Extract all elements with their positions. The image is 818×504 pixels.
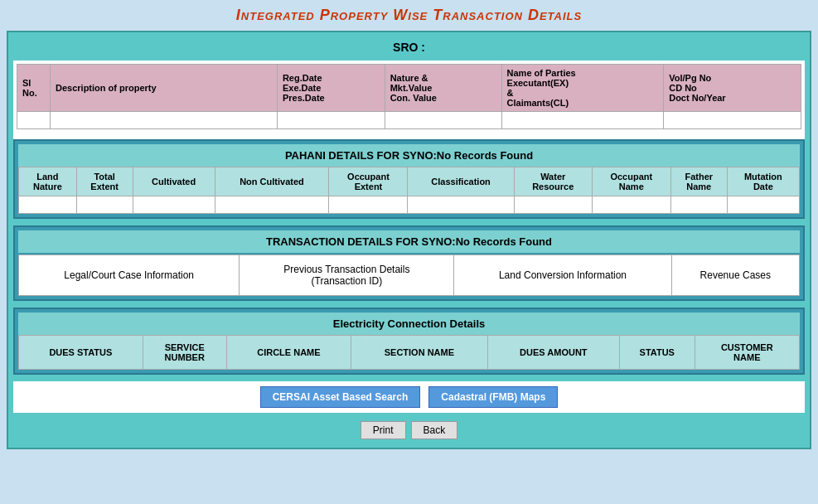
sro-col-sl: SlNo. [17,65,51,112]
bottom-buttons-row: CERSAI Asset Based Search Cadastral (FMB… [13,381,805,413]
print-button[interactable]: Print [361,421,406,439]
pahani-col-father-name: FatherName [670,167,727,196]
elec-col-dues-amount: DUES AMOUNT [487,336,619,370]
sro-header: SRO : [13,37,805,57]
outer-container: Integrated Property Wise Transaction Det… [0,0,818,504]
transaction-link-previous[interactable]: Previous Transaction Details(Transaction… [240,255,454,296]
transaction-title: TRANSACTION DETAILS FOR SYNO:No Records … [18,230,800,253]
main-box: SRO : SlNo. Description of property Reg.… [7,31,811,449]
elec-col-status: STATUS [620,336,695,370]
sro-row-sl [17,112,51,129]
pahani-row-mutation-date [727,196,799,214]
transaction-links-table: Legal/Court Case Information Previous Tr… [18,254,800,296]
pahani-col-non-cultivated: Non Cultivated [215,167,329,196]
sro-label: SRO : [393,41,425,54]
pahani-col-occupant-extent: OccupantExtent [329,167,408,196]
pahani-col-classification: Classification [408,167,514,196]
sro-row-nature [385,112,501,129]
pahani-row-water-resource [514,196,592,214]
pahani-title: PAHANI DETAILS FOR SYNO:No Records Found [18,144,800,167]
pahani-row-total-extent [76,196,133,214]
electricity-title: Electricity Connection Details [18,313,800,335]
pahani-table: LandNature TotalExtent Cultivated Non Cu… [18,167,800,214]
pahani-row-classification [408,196,514,214]
sro-col-vol: Vol/Pg NoCD NoDoct No/Year [664,65,801,112]
pahani-col-water-resource: WaterResource [514,167,592,196]
elec-col-section-name: SECTION NAME [351,336,487,370]
sro-col-desc: Description of property [51,65,278,112]
sro-row-vol [664,112,801,129]
electricity-table: DUES STATUS SERVICENUMBER CIRCLE NAME SE… [18,335,800,370]
pahani-row-non-cultivated [215,196,329,214]
pahani-col-land-nature: LandNature [19,167,77,196]
page-title: Integrated Property Wise Transaction Det… [7,7,811,24]
sro-table: SlNo. Description of property Reg.DateEx… [17,64,801,129]
pahani-row-cultivated [133,196,215,214]
pahani-col-occupant-name: OccupantName [592,167,670,196]
elec-col-circle-name: CIRCLE NAME [226,336,351,370]
pahani-row-occupant-extent [329,196,408,214]
cadastral-button[interactable]: Cadastral (FMB) Maps [428,386,558,408]
sro-row-desc [51,112,278,129]
transaction-section: TRANSACTION DETAILS FOR SYNO:No Records … [13,225,805,301]
sro-row-dates [277,112,385,129]
back-button[interactable]: Back [411,421,458,439]
transaction-link-revenue[interactable]: Revenue Cases [671,255,799,296]
sro-table-wrapper: SlNo. Description of property Reg.DateEx… [13,61,805,139]
print-back-row: Print Back [13,418,805,443]
pahani-row-land-nature [19,196,77,214]
transaction-link-land-conversion[interactable]: Land Conversion Information [454,255,671,296]
transaction-link-legal[interactable]: Legal/Court Case Information [19,255,240,296]
pahani-row-father-name [670,196,727,214]
elec-col-dues-status: DUES STATUS [19,336,143,370]
sro-col-parties: Name of PartiesExecutant(EX)&Claimants(C… [501,65,664,112]
elec-col-service-number: SERVICENUMBER [143,336,226,370]
sro-col-nature: Nature &Mkt.ValueCon. Value [385,65,501,112]
cersai-button[interactable]: CERSAI Asset Based Search [260,386,421,408]
pahani-row-occupant-name [592,196,670,214]
pahani-col-mutation-date: MutationDate [727,167,799,196]
sro-col-dates: Reg.DateExe.DatePres.Date [277,65,385,112]
sro-row-parties [501,112,664,129]
pahani-section: PAHANI DETAILS FOR SYNO:No Records Found… [13,139,805,219]
pahani-col-cultivated: Cultivated [133,167,215,196]
pahani-col-total-extent: TotalExtent [76,167,133,196]
elec-col-customer-name: CUSTOMERNAME [695,336,799,370]
electricity-section: Electricity Connection Details DUES STAT… [13,308,805,375]
